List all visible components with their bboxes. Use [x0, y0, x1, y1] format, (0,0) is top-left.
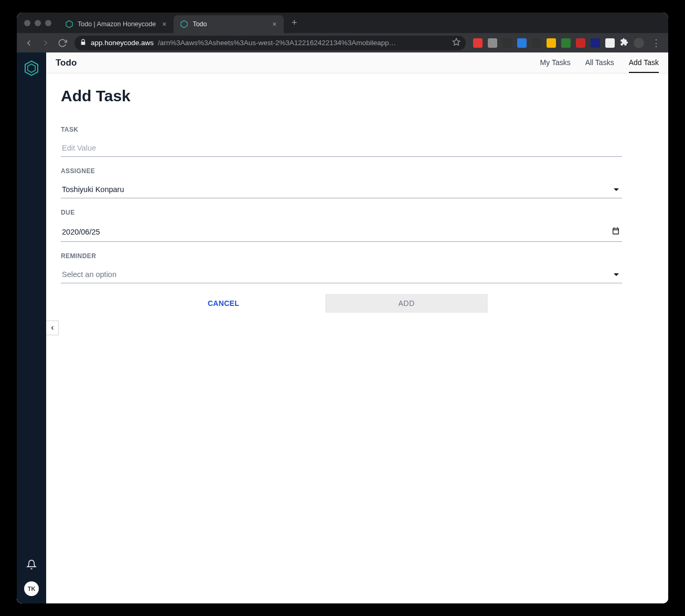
url-host: app.honeycode.aws — [91, 39, 154, 47]
reminder-label: REMINDER — [61, 252, 622, 260]
nav-label: All Tasks — [585, 58, 614, 67]
form-actions: CANCEL ADD — [61, 294, 622, 313]
reminder-select[interactable]: Select an option — [61, 267, 622, 283]
extension-icon[interactable] — [517, 38, 527, 48]
appbar: Todo My Tasks All Tasks Add Task — [46, 52, 668, 73]
browser-menu-button[interactable]: ⋮ — [648, 37, 664, 49]
tab-1[interactable]: Todo × — [174, 15, 284, 33]
sidebar-collapse-button[interactable] — [46, 321, 59, 335]
bell-icon[interactable] — [26, 559, 37, 572]
nav-label: My Tasks — [540, 58, 571, 67]
close-icon[interactable]: × — [160, 20, 168, 28]
nav-label: Add Task — [629, 58, 659, 67]
assignee-select[interactable]: Toshiyuki Konparu — [61, 182, 622, 198]
cancel-label: CANCEL — [208, 299, 239, 307]
url-input[interactable]: app.honeycode.aws/arn%3Aaws%3Asheets%3Au… — [74, 36, 466, 50]
field-assignee: ASSIGNEE Toshiyuki Konparu — [61, 167, 622, 198]
bookmark-icon[interactable] — [452, 38, 461, 48]
chevron-down-icon — [614, 273, 619, 276]
assignee-value: Toshiyuki Konparu — [62, 185, 614, 194]
tab-0[interactable]: Todo | Amazon Honeycode × — [59, 15, 174, 33]
tab-title: Todo — [192, 20, 266, 28]
task-input[interactable] — [62, 144, 621, 152]
tab-title: Todo | Amazon Honeycode — [78, 20, 156, 28]
zoom-window-dot[interactable] — [45, 20, 51, 26]
extension-icon[interactable] — [502, 38, 512, 48]
extension-icons — [470, 38, 647, 48]
task-input-wrapper[interactable] — [61, 141, 622, 157]
chevron-down-icon — [614, 188, 619, 191]
add-task-form: TASK ASSIGNEE Toshiyuki Konparu DU — [61, 126, 622, 313]
due-label: DUE — [61, 209, 622, 216]
nav-my-tasks[interactable]: My Tasks — [540, 52, 571, 73]
svg-marker-4 — [28, 64, 35, 72]
extensions-icon[interactable] — [620, 38, 628, 48]
lock-icon — [80, 39, 87, 47]
due-value: 2020/06/25 — [62, 228, 612, 236]
field-reminder: REMINDER Select an option — [61, 252, 622, 283]
user-avatar[interactable]: TK — [24, 581, 39, 596]
svg-marker-0 — [66, 20, 72, 27]
field-task: TASK — [61, 126, 622, 157]
reload-button[interactable] — [55, 35, 70, 51]
titlebar: Todo | Amazon Honeycode × Todo × + — [17, 13, 668, 33]
svg-marker-3 — [25, 61, 38, 75]
close-icon[interactable]: × — [270, 20, 279, 28]
url-path: /arn%3Aaws%3Asheets%3Aus-west-2%3A122162… — [158, 39, 448, 47]
hex-icon — [180, 20, 188, 28]
task-label: TASK — [61, 126, 622, 133]
profile-avatar[interactable] — [634, 38, 644, 48]
assignee-label: ASSIGNEE — [61, 167, 622, 175]
extension-icon[interactable] — [561, 38, 571, 48]
nav-all-tasks[interactable]: All Tasks — [585, 52, 614, 73]
svg-marker-2 — [453, 38, 459, 45]
content: Todo My Tasks All Tasks Add Task Add Tas… — [46, 52, 668, 603]
new-tab-button[interactable]: + — [287, 16, 302, 30]
nav-add-task[interactable]: Add Task — [629, 52, 659, 73]
extension-icon[interactable] — [488, 38, 497, 48]
extension-icon[interactable] — [473, 38, 483, 48]
svg-marker-1 — [181, 20, 187, 27]
add-label: ADD — [399, 299, 415, 307]
extension-icon[interactable] — [591, 38, 600, 48]
calendar-icon — [612, 227, 620, 237]
window-controls — [17, 20, 59, 26]
extension-icon[interactable] — [532, 38, 541, 48]
reminder-placeholder: Select an option — [62, 270, 614, 279]
sidebar: TK — [17, 52, 46, 603]
app-title: Todo — [56, 58, 77, 68]
user-initials: TK — [28, 586, 36, 592]
cancel-button[interactable]: CANCEL — [195, 294, 252, 313]
page: Add Task TASK ASSIGNEE Toshiyuki Konparu — [46, 73, 668, 326]
minimize-window-dot[interactable] — [35, 20, 41, 26]
extension-icon[interactable] — [576, 38, 585, 48]
extension-icon[interactable] — [605, 38, 615, 48]
back-button[interactable] — [21, 35, 37, 51]
app: TK Todo My Tasks All Tasks Add Task Add … — [17, 52, 668, 603]
add-button[interactable]: ADD — [325, 294, 488, 313]
address-bar: app.honeycode.aws/arn%3Aaws%3Asheets%3Au… — [17, 33, 668, 52]
due-input[interactable]: 2020/06/25 — [61, 224, 622, 242]
extension-icon[interactable] — [547, 38, 556, 48]
close-window-dot[interactable] — [24, 20, 30, 26]
field-due: DUE 2020/06/25 — [61, 209, 622, 242]
forward-button[interactable] — [38, 35, 53, 51]
page-title: Add Task — [61, 87, 654, 105]
nav-links: My Tasks All Tasks Add Task — [540, 52, 659, 73]
hex-icon — [65, 20, 73, 28]
app-logo[interactable] — [23, 60, 40, 77]
browser-window: Todo | Amazon Honeycode × Todo × + app.h… — [17, 13, 668, 603]
